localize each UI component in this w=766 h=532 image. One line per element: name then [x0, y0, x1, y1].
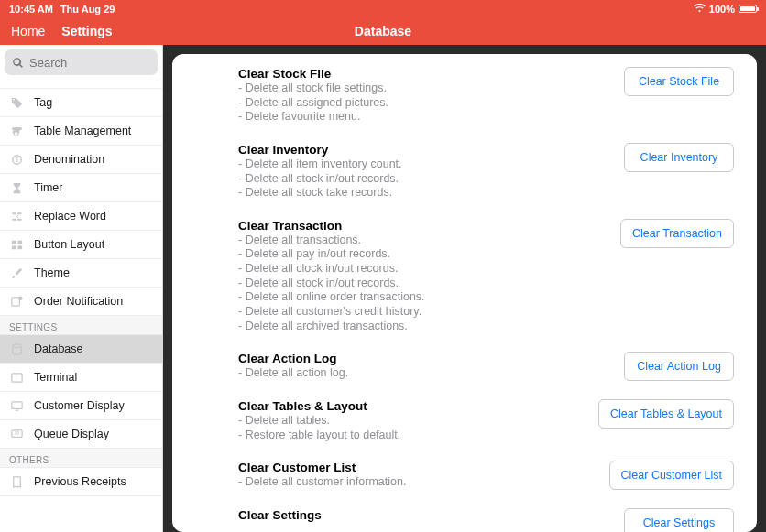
group-desc-line: - Delete all customer's credit history. — [238, 305, 607, 320]
clear-customer-list-button[interactable]: Clear Customer List — [609, 461, 734, 490]
status-battery-percent: 100% — [709, 4, 735, 15]
sidebar-item-table-management[interactable]: Table Management — [0, 117, 162, 146]
group-desc-line: - Delete all transactions. — [238, 233, 607, 248]
sidebar-item-label: Tag — [34, 96, 52, 109]
tag-icon — [9, 95, 25, 111]
clear-inventory-button[interactable]: Clear Inventory — [624, 143, 734, 172]
sidebar-item-label: Previous Receipts — [34, 475, 126, 488]
group-desc-line: - Delete all assigned pictures. — [238, 96, 610, 111]
svg-point-4 — [13, 343, 21, 347]
sidebar-item-label: Customer Display — [34, 399, 125, 412]
group-desc-line: - Delete all stock file settings. — [238, 81, 610, 96]
sidebar-item-label: Order Notification — [34, 295, 123, 308]
sidebar-item-label: Queue Display — [34, 428, 109, 440]
replace-icon — [9, 209, 25, 224]
group-title: Clear Settings — [238, 508, 610, 522]
clear-stock-file-button[interactable]: Clear Stock File — [624, 67, 734, 96]
sidebar-item-queue-display[interactable]: 00Queue Display — [0, 420, 162, 449]
table-icon — [9, 124, 25, 139]
sidebar-item-previous-receipts[interactable]: Previous Receipts — [0, 468, 162, 496]
group-desc-line: - Restore table layout to default. — [238, 429, 585, 443]
content-card: Clear Stock File- Delete all stock file … — [172, 54, 757, 532]
group-desc-line: - Delete all pay in/out records. — [238, 247, 607, 262]
svg-rect-5 — [12, 373, 22, 381]
sidebar-item-terminal[interactable]: Terminal — [0, 364, 162, 392]
sidebar-item-tag[interactable]: Tag — [0, 89, 162, 117]
display-icon — [9, 398, 25, 414]
group-title: Clear Customer List — [238, 461, 596, 474]
svg-text:$: $ — [16, 157, 19, 163]
nav-home[interactable]: Home — [11, 24, 45, 38]
sidebar-item-label: Theme — [34, 266, 70, 279]
sidebar-item-label: Database — [34, 342, 83, 355]
hourglass-icon — [9, 180, 25, 196]
sidebar-item-label: Terminal — [34, 371, 77, 384]
sidebar-item-theme[interactable]: Theme — [0, 259, 162, 288]
notification-icon — [9, 294, 25, 309]
section-header-others: OTHERS — [0, 449, 162, 468]
sidebar-item-label: Denomination — [34, 153, 104, 166]
clear-action-log-button[interactable]: Clear Action Log — [624, 352, 734, 381]
search-field[interactable] — [5, 49, 158, 75]
queue-icon: 00 — [9, 427, 25, 442]
sidebar-item-cutoff[interactable] — [0, 80, 162, 89]
main-area: Clear Stock File- Delete all stock file … — [163, 45, 766, 532]
database-icon — [9, 342, 25, 357]
sidebar-item-label: Replace Word — [34, 210, 106, 223]
svg-text:00: 00 — [15, 431, 20, 436]
sidebar-item-button-layout[interactable]: Button Layout — [0, 231, 162, 259]
group-desc-line: - Delete all tables. — [238, 414, 585, 429]
group-title: Clear Transaction — [238, 219, 607, 233]
group-desc-line: - Delete all action log. — [238, 366, 610, 381]
sidebar-item-timer[interactable]: Timer — [0, 174, 162, 202]
terminal-icon — [9, 370, 25, 385]
search-input[interactable] — [29, 56, 183, 70]
group-clear-stock-file: Clear Stock File- Delete all stock file … — [238, 67, 734, 125]
group-desc-line: - Delete all archived transactions. — [238, 320, 607, 334]
group-title: Clear Stock File — [238, 67, 610, 81]
battery-icon — [739, 5, 757, 13]
brush-icon — [9, 266, 25, 281]
group-clear-action-log: Clear Action Log- Delete all action log.… — [238, 352, 734, 381]
grid-icon — [9, 237, 25, 253]
receipt-icon — [9, 474, 25, 490]
sidebar-item-database[interactable]: Database — [0, 335, 162, 364]
sidebar-item-label: Table Management — [34, 125, 131, 137]
status-time: 10:45 AM — [9, 4, 53, 15]
clear-tables-layout-button[interactable]: Clear Tables & Layout — [598, 399, 734, 429]
group-desc-line: - Delete all item inventory count. — [238, 157, 610, 172]
sidebar-item-label: Timer — [34, 181, 62, 194]
sidebar-item-label: Button Layout — [34, 238, 104, 251]
group-title: Clear Action Log — [238, 352, 610, 365]
sidebar-item-order-notification[interactable]: Order Notification — [0, 288, 162, 316]
sidebar-item-customer-display[interactable]: Customer Display — [0, 392, 162, 420]
nav-settings[interactable]: Settings — [61, 24, 112, 38]
group-desc-line: - Delete all online order transactions. — [238, 290, 607, 305]
wifi-icon — [694, 4, 706, 15]
clear-settings-button[interactable]: Clear Settings — [624, 508, 734, 532]
group-clear-tables-layout: Clear Tables & Layout- Delete all tables… — [238, 399, 734, 442]
nav-bar: Home Settings Database — [0, 17, 766, 45]
svg-rect-6 — [12, 401, 22, 408]
coin-icon: $ — [9, 152, 25, 168]
group-desc-line: - Delete all clock in/out records. — [238, 262, 607, 277]
group-title: Clear Inventory — [238, 143, 610, 157]
sidebar: TagTable Management$DenominationTimerRep… — [0, 45, 163, 532]
status-date: Thu Aug 29 — [60, 4, 115, 15]
group-clear-transaction: Clear Transaction- Delete all transactio… — [238, 219, 734, 333]
group-desc-line: - Delete all stock in/out records. — [238, 172, 610, 187]
group-desc-line: - Delete all stock in/out records. — [238, 277, 607, 291]
sidebar-item-denomination[interactable]: $Denomination — [0, 146, 162, 174]
sidebar-item-replace-word[interactable]: Replace Word — [0, 202, 162, 231]
group-clear-settings: Clear SettingsClear Settings — [238, 508, 734, 532]
section-header-settings: SETTINGS — [0, 316, 162, 335]
group-desc-line: - Delete all customer information. — [238, 475, 596, 490]
svg-point-3 — [18, 296, 23, 300]
group-clear-inventory: Clear Inventory- Delete all item invento… — [238, 143, 734, 201]
nav-title: Database — [355, 24, 411, 38]
search-icon — [12, 57, 24, 69]
group-title: Clear Tables & Layout — [238, 399, 585, 413]
group-desc-line: - Delete all stock take records. — [238, 186, 610, 201]
group-desc-line: - Delete favourite menu. — [238, 110, 610, 125]
clear-transaction-button[interactable]: Clear Transaction — [620, 219, 734, 248]
